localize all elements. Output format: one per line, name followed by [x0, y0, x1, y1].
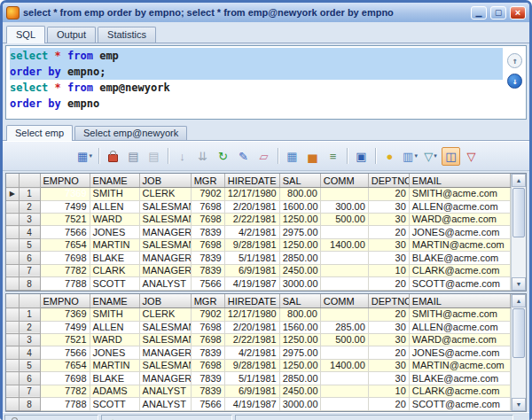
grid-cell[interactable]: ALLEN@acme.com — [409, 200, 510, 213]
table-row[interactable]: 27499ALLENSALESMAN76982/20/19811600.0030… — [6, 200, 511, 213]
grid-cell[interactable]: 2450.00 — [279, 264, 320, 276]
table-row[interactable]: 47566JONESMANAGER78394/2/19812975.0020JO… — [6, 346, 511, 359]
grid-cell[interactable]: JONES — [90, 226, 139, 238]
grid-cell[interactable] — [320, 226, 368, 238]
grid-cell[interactable]: SMITH — [90, 308, 139, 321]
grid-cell[interactable]: 7902 — [191, 308, 224, 321]
column-header-comm[interactable]: COMM — [320, 174, 368, 188]
row-number[interactable]: 4 — [19, 346, 40, 359]
scroll-track[interactable] — [512, 359, 526, 398]
grid-cell[interactable]: 800.00 — [279, 308, 320, 321]
grid-cell[interactable] — [320, 188, 368, 200]
scroll-up-arrow-icon[interactable]: ▲ — [512, 174, 526, 187]
summary-grid-icon[interactable]: ▦ — [283, 147, 301, 166]
grid-cell[interactable]: MANAGER — [139, 372, 191, 385]
grid-cell[interactable]: BLAKE@acme.com — [409, 372, 510, 385]
scroll-down-arrow-icon[interactable]: ▼ — [512, 277, 526, 291]
grid-cell[interactable]: ANALYST — [139, 398, 191, 411]
grid-cell[interactable]: ADAMS — [90, 385, 139, 397]
grid-cell[interactable]: 12/17/1980 — [224, 308, 279, 321]
table-row[interactable]: 37521WARDSALESMAN76982/22/19811250.00500… — [6, 214, 511, 226]
grid-cell[interactable]: 7788 — [40, 398, 90, 411]
statement-down-button[interactable]: ↓ — [507, 74, 522, 89]
close-button[interactable]: × — [510, 6, 526, 19]
grid-cell[interactable]: 7782 — [40, 385, 90, 397]
grid-cell[interactable]: 1400.00 — [320, 359, 368, 371]
table-row[interactable]: 87788SCOTTANALYST75664/19/19873000.0020S… — [6, 277, 511, 291]
grid-cell[interactable]: 3000.00 — [279, 398, 320, 411]
grid-cell[interactable]: 7839 — [191, 372, 224, 385]
grid-cell[interactable]: SMITH — [90, 188, 139, 200]
grid-cell[interactable]: 20 — [368, 346, 409, 359]
tab-statistics[interactable]: Statistics — [98, 27, 156, 43]
chart-icon[interactable]: ▅ — [303, 147, 322, 166]
table-row[interactable]: 87788SCOTTANALYST75664/19/19873000.0020S… — [6, 398, 511, 411]
table-row[interactable]: 27499ALLENSALESMAN76982/20/19811560.0028… — [6, 321, 511, 333]
grid-cell[interactable]: SALESMAN — [139, 214, 191, 226]
grid-cell[interactable]: SCOTT — [90, 277, 139, 291]
grid-cell[interactable]: BLAKE — [90, 372, 139, 385]
grid-cell[interactable]: ALLEN — [90, 200, 139, 213]
grid-cell[interactable]: WARD@acme.com — [409, 214, 510, 226]
grid-cell[interactable]: 7698 — [40, 372, 90, 385]
grid-cell[interactable]: 7566 — [191, 398, 224, 411]
grid-cell[interactable]: JONES@acme.com — [409, 226, 510, 238]
grid-cell[interactable]: MARTIN@acme.com — [409, 238, 510, 251]
tab-sql[interactable]: SQL — [6, 26, 45, 43]
result-tab-select-emp-newyork[interactable]: Select emp@newyork — [74, 126, 187, 140]
grid-cell[interactable]: 2/22/1981 — [224, 334, 279, 346]
table-row[interactable]: 57654MARTINSALESMAN76989/28/19811250.001… — [6, 359, 511, 371]
grid2-vertical-scrollbar[interactable]: ▲ ▼ — [511, 294, 526, 411]
row-number[interactable]: 7 — [19, 385, 40, 397]
row-number[interactable]: 2 — [19, 321, 40, 333]
grid-cell[interactable]: 30 — [368, 359, 409, 371]
commit-icon[interactable]: ● — [380, 147, 399, 166]
grid-cell[interactable]: 7566 — [40, 346, 90, 359]
grid-cell[interactable]: 7499 — [40, 200, 90, 213]
grid-cell[interactable]: 30 — [368, 372, 409, 385]
resize-grip[interactable]: ◢ — [516, 415, 528, 420]
grid-cell[interactable]: SCOTT — [90, 398, 139, 411]
grid-cell[interactable]: MANAGER — [139, 226, 191, 238]
column-header-mgr[interactable]: MGR — [191, 294, 224, 308]
column-header-ename[interactable]: ENAME — [90, 174, 139, 188]
grid-cell[interactable]: 7839 — [191, 385, 224, 397]
grid-cell[interactable]: 7698 — [191, 359, 224, 371]
grid-cell[interactable]: ALLEN@acme.com — [409, 321, 510, 333]
grid-cell[interactable]: SALESMAN — [139, 200, 191, 213]
grid-cell[interactable]: 30 — [368, 200, 409, 213]
row-number[interactable]: 5 — [19, 359, 40, 371]
grid-cell[interactable]: 500.00 — [320, 334, 368, 346]
grid-cell[interactable]: 2850.00 — [279, 252, 320, 264]
grid-cell[interactable]: 2/20/1981 — [224, 321, 279, 333]
grid-cell[interactable]: 7369 — [40, 188, 90, 200]
table-row[interactable]: 77782CLARKMANAGER78396/9/19812450.0010CL… — [6, 264, 511, 276]
sql-editor[interactable]: select * from emporder by empno;select *… — [5, 45, 527, 120]
grid-cell[interactable]: 7698 — [40, 252, 90, 264]
grid-cell[interactable]: 10 — [368, 264, 409, 276]
scroll-thumb[interactable] — [512, 188, 525, 237]
lock-icon[interactable] — [104, 147, 122, 166]
scroll-thumb[interactable] — [512, 308, 525, 358]
row-number[interactable]: 5 — [19, 238, 40, 251]
grid-cell[interactable]: 7654 — [40, 359, 90, 371]
column-header-mgr[interactable]: MGR — [191, 174, 224, 188]
grid-cell[interactable]: CLARK — [90, 264, 139, 276]
column-header-empno[interactable]: EMPNO — [40, 174, 90, 188]
grid-cell[interactable] — [320, 398, 368, 411]
grid-cell[interactable]: 2850.00 — [279, 372, 320, 385]
grid-cell[interactable]: CLERK — [139, 188, 191, 200]
table-row[interactable]: 67698BLAKEMANAGER78395/1/19812850.0030BL… — [6, 252, 511, 264]
grid-cell[interactable]: SALESMAN — [139, 321, 191, 333]
grid-cell[interactable]: 6/9/1981 — [224, 385, 279, 397]
minimize-button[interactable]: ▁ — [471, 6, 487, 19]
grid-cell[interactable]: MARTIN — [90, 359, 139, 371]
grid-cell[interactable]: 1600.00 — [279, 200, 320, 213]
column-header-job[interactable]: JOB — [139, 294, 191, 308]
grid-cell[interactable]: BLAKE — [90, 252, 139, 264]
grid-cell[interactable]: MARTIN — [90, 238, 139, 251]
filter-icon[interactable]: ▽▾ — [421, 147, 440, 166]
fetch-next-icon[interactable]: ↓ — [173, 147, 192, 166]
tab-output[interactable]: Output — [47, 27, 96, 43]
grid-cell[interactable]: 7698 — [191, 334, 224, 346]
